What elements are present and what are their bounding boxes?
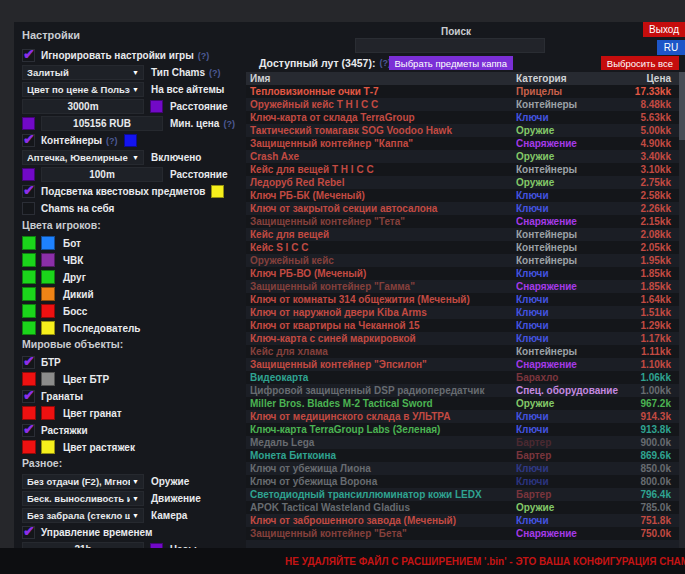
help-hint[interactable]: (?) — [106, 136, 118, 146]
table-row[interactable]: Ключ от медицинского склада в УЛЬТРАКлюч… — [246, 410, 685, 423]
min-price-input[interactable]: 105156 RUB — [41, 116, 163, 131]
column-category[interactable]: Категория — [516, 73, 628, 84]
containers-distance-input[interactable]: 100m — [41, 167, 163, 182]
grenades-checkbox[interactable] — [22, 390, 35, 403]
grenade-color-swatch-1[interactable] — [22, 406, 36, 420]
table-row[interactable]: Ключ РБ-ВО (Меченый)Ключи1.85kk — [246, 267, 685, 280]
item-name: Светодиодный трансиллюминатор кожи LEDX — [246, 489, 516, 500]
table-row[interactable]: Miller Bros. Blades M-2 Tactical SwordОр… — [246, 397, 685, 410]
search-input[interactable] — [355, 38, 545, 53]
table-row[interactable]: Цифровой защищенный DSP радиопередатчикС… — [246, 384, 685, 397]
table-row[interactable]: Защищенный контейнер "Гамма"Снаряжение1.… — [246, 280, 685, 293]
tripwire-color-swatch-2[interactable] — [41, 440, 55, 454]
table-row[interactable]: Светодиодный трансиллюминатор кожи LEDXБ… — [246, 488, 685, 501]
help-hint[interactable]: (?) — [209, 68, 221, 78]
column-price[interactable]: Цена — [628, 73, 685, 84]
distance-color-swatch[interactable] — [150, 100, 163, 113]
player-color-swatch-1[interactable] — [22, 253, 36, 267]
containers-color-swatch[interactable] — [124, 134, 137, 147]
tripwire-color-swatch-1[interactable] — [22, 440, 36, 454]
movement-select[interactable]: Беск. выносливость и нет уста ▼ — [22, 491, 144, 506]
table-row[interactable]: Ключ-карта TerraGroup Labs (Зеленая)Ключ… — [246, 423, 685, 436]
containers-distance-color-swatch[interactable] — [22, 168, 35, 181]
table-row[interactable]: Защищенный контейнер "Тета"Снаряжение2.1… — [246, 215, 685, 228]
chams-self-checkbox[interactable] — [22, 202, 35, 215]
table-row[interactable]: Ключ от убежища ЛионаКлючи850.0k — [246, 462, 685, 475]
player-color-swatch-2[interactable] — [41, 287, 55, 301]
exit-button[interactable]: Выход — [643, 22, 685, 37]
item-name: Цифровой защищенный DSP радиопередатчик — [246, 385, 516, 396]
table-row[interactable]: Ключ-карта от склада TerraGroupКлючи5.63… — [246, 111, 685, 124]
discard-all-button[interactable]: Выбросить все — [601, 56, 679, 70]
all-items-select[interactable]: Цвет по цене & Пользователь ▼ — [22, 82, 144, 97]
table-row[interactable]: Ключ от закрытой секции автосалонаКлючи2… — [246, 202, 685, 215]
item-price: 2.08kk — [628, 229, 685, 240]
btr-checkbox[interactable] — [22, 356, 35, 369]
containers-checkbox[interactable] — [22, 134, 35, 147]
item-name: Монета Биткоина — [246, 450, 516, 461]
ignore-game-settings-checkbox[interactable] — [22, 49, 35, 62]
table-row[interactable]: Crash AxeОружие3.40kk — [246, 150, 685, 163]
column-name[interactable]: Имя — [246, 73, 516, 84]
table-row[interactable]: Кейс для вещей Т Н I С СКонтейнеры3.10kk — [246, 163, 685, 176]
quest-highlight-color-swatch[interactable] — [211, 185, 224, 198]
table-row[interactable]: Кейс S I C CКонтейнеры2.05kk — [246, 241, 685, 254]
table-row[interactable]: Защищенный контейнер "Эпсилон"Снаряжение… — [246, 358, 685, 371]
camera-select[interactable]: Без забрала (стекло шлема) ▼ — [22, 508, 144, 523]
distance-input[interactable]: 3000m — [22, 99, 144, 114]
table-row[interactable]: Ключ от убежища ВоронаКлючи800.0k — [246, 475, 685, 488]
btr-color-swatch-2[interactable] — [41, 372, 55, 386]
player-color-swatch-1[interactable] — [22, 304, 36, 318]
grenade-color-swatch-2[interactable] — [41, 406, 55, 420]
scrollbar[interactable] — [679, 72, 685, 548]
table-row[interactable]: Ключ от квартиры на Чеканной 15Ключи1.29… — [246, 319, 685, 332]
table-row[interactable]: ВидеокартаБарахло1.06kk — [246, 371, 685, 384]
table-row[interactable]: Оружейный кейс Т Н I С СКонтейнеры8.48kk — [246, 98, 685, 111]
language-button[interactable]: RU — [657, 40, 685, 55]
settings-panel: Настройки Игнорировать настройки игры (?… — [14, 22, 244, 548]
table-row[interactable] — [246, 540, 685, 548]
help-hint[interactable]: (?) — [223, 119, 235, 129]
tripwires-checkbox[interactable] — [22, 424, 35, 437]
chevron-down-icon: ▼ — [132, 154, 139, 161]
player-color-swatch-1[interactable] — [22, 321, 36, 335]
quest-highlight-checkbox[interactable] — [22, 185, 35, 198]
table-row[interactable]: Ключ от наружной двери Kiba ArmsКлючи1.5… — [246, 306, 685, 319]
player-color-swatch-2[interactable] — [41, 253, 55, 267]
player-color-swatch-2[interactable] — [41, 321, 55, 335]
chevron-down-icon: ▼ — [132, 495, 139, 502]
table-row[interactable]: Медаль LegaБартер900.0k — [246, 436, 685, 449]
min-price-color-swatch[interactable] — [22, 117, 35, 130]
player-colors-list: БотЧВКДругДикийБоссПоследователь — [22, 236, 244, 335]
player-color-swatch-2[interactable] — [41, 236, 55, 250]
table-row[interactable]: Тактический томагавк SOG Voodoo HawkОруж… — [246, 124, 685, 137]
containers-distance-row: 100m Расстояние — [22, 167, 244, 182]
player-color-swatch-2[interactable] — [41, 304, 55, 318]
weapon-select[interactable]: Без отдачи (F2), Мгновенное п ▼ — [22, 474, 144, 489]
btr-color-swatch-1[interactable] — [22, 372, 36, 386]
table-row[interactable]: Ледоруб Red RebelОружие2.75kk — [246, 176, 685, 189]
player-color-label: Босс — [63, 306, 87, 317]
table-row[interactable]: Ключ от комнаты 314 общежития (Меченый)К… — [246, 293, 685, 306]
table-row[interactable]: Ключ РБ-БК (Меченый)Ключи2.58kk — [246, 189, 685, 202]
table-row[interactable]: APOK Tactical Wasteland GladiusОружие785… — [246, 501, 685, 514]
player-color-swatch-1[interactable] — [22, 287, 36, 301]
table-row[interactable]: Защищенный контейнер "Бета"Снаряжение750… — [246, 527, 685, 540]
help-hint[interactable]: (?) — [198, 51, 210, 61]
table-row[interactable]: Монета БиткоинаБартер869.6k — [246, 449, 685, 462]
table-row[interactable]: Защищенный контейнер "Каппа"Снаряжение4.… — [246, 137, 685, 150]
player-color-swatch-1[interactable] — [22, 270, 36, 284]
containers-filter-select[interactable]: Аптечка, Ювелирные и... ▼ — [22, 150, 144, 165]
table-row[interactable]: Тепловизионные очки Т-7Прицелы17.33kk — [246, 85, 685, 98]
table-row[interactable]: Кейс для хламаКонтейнеры1.11kk — [246, 345, 685, 358]
select-kappa-items-button[interactable]: Выбрать предметы каппа — [389, 56, 514, 70]
player-color-swatch-2[interactable] — [41, 270, 55, 284]
table-row[interactable]: Ключ от заброшенного завода (Меченый)Клю… — [246, 514, 685, 527]
scrollbar-thumb[interactable] — [679, 72, 685, 140]
table-row[interactable]: Кейс для вещейКонтейнеры2.08kk — [246, 228, 685, 241]
player-color-swatch-1[interactable] — [22, 236, 36, 250]
time-control-checkbox[interactable] — [22, 526, 35, 539]
chams-type-select[interactable]: Залитый ▼ — [22, 65, 144, 80]
table-row[interactable]: Оружейный кейсКонтейнеры1.95kk — [246, 254, 685, 267]
table-row[interactable]: Ключ-карта с синей маркировкойКлючи1.17k… — [246, 332, 685, 345]
